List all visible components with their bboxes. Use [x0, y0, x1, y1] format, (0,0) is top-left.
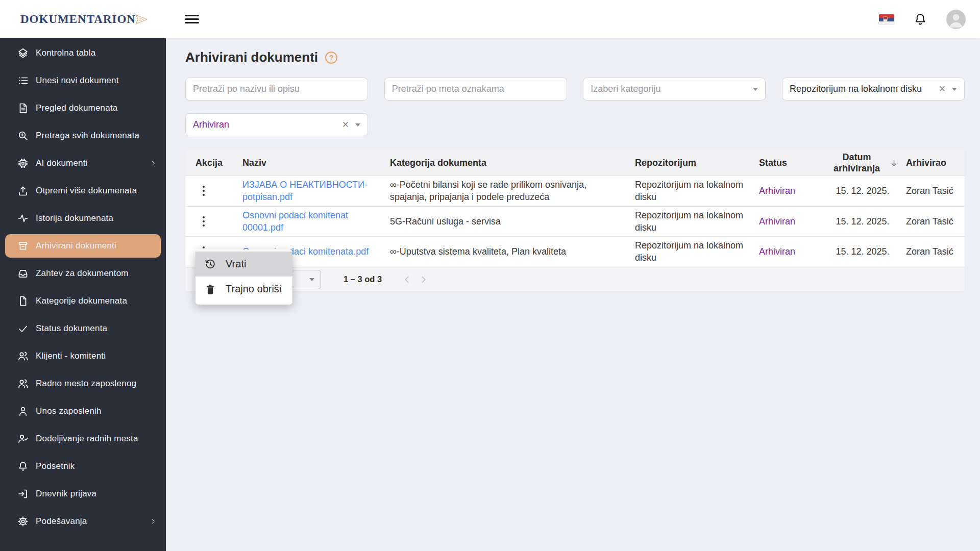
gear-icon	[17, 515, 29, 528]
sidebar-item-kategorije-dokumenata[interactable]: Kategorije dokumenata	[0, 287, 166, 315]
repository-select[interactable]: Repozitorijum na lokalnom disku ✕	[782, 78, 965, 101]
menu-toggle-button[interactable]	[185, 13, 202, 26]
chevron-right-icon	[418, 274, 429, 285]
chevron-down-icon[interactable]	[952, 88, 957, 91]
sidebar-item-unos-zaposlenih[interactable]: Unos zaposlenih	[0, 397, 166, 425]
page-title: Arhivirani dokumenti	[185, 49, 318, 65]
sidebar-item-klijenti-komitenti[interactable]: Klijenti - komitenti	[0, 342, 166, 370]
search-name-input[interactable]	[193, 84, 360, 94]
chevron-left-icon	[402, 274, 413, 285]
trash-icon	[204, 283, 217, 296]
document-link[interactable]: Osnovni podaci komitenat 00001.pdf	[242, 209, 376, 234]
chevron-down-icon[interactable]	[355, 123, 360, 127]
pagination-bar: 1 – 3 od 3	[185, 267, 965, 291]
sort-desc-arrow-icon	[889, 158, 899, 168]
user-check-icon	[17, 433, 29, 445]
col-naziv: Naziv	[242, 158, 390, 168]
more-vert-icon	[200, 215, 208, 228]
logo-arrow-icon	[135, 8, 148, 31]
table-row: Osnovni podaci komitenat 00001.pdf 5G-Ra…	[185, 206, 965, 237]
search-name-field	[185, 78, 368, 101]
topbar: DOKUMENTARION	[0, 0, 980, 38]
users-icon	[17, 378, 29, 390]
sidebar-item-dodeljivanje-radnih-mesta[interactable]: Dodeljivanje radnih mesta	[0, 425, 166, 453]
menu-item-vrati[interactable]: Vrati	[195, 252, 292, 277]
cell-kategorija: ∞-Uputstva sistema kvaliteta, Plan kvali…	[390, 245, 635, 258]
sidebar: Kontrolna tabla Unesi novi dokument Preg…	[0, 38, 166, 551]
col-status: Status	[759, 158, 819, 168]
sidebar-item-unesi-novi-dokument[interactable]: Unesi novi dokument	[0, 67, 166, 94]
col-datum-sort[interactable]: Datum arhiviranja	[819, 152, 906, 174]
table-row: ИЗЈАВА О НЕАКТИВНОСТИ-potpisan.pdf ∞-Poč…	[185, 176, 965, 206]
chevron-down-icon	[309, 278, 314, 281]
status-filter-row: Arhiviran ✕	[185, 113, 965, 136]
restore-icon	[204, 258, 217, 271]
more-vert-icon	[200, 184, 208, 197]
search-meta-field	[384, 78, 567, 101]
hamburger-icon	[185, 15, 199, 16]
filters-row: Izaberi kategoriju Repozitorijum na loka…	[185, 78, 965, 101]
check-icon	[17, 322, 29, 335]
chevron-down-icon[interactable]	[753, 88, 758, 91]
sidebar-item-radno-mesto-zaposlenog[interactable]: Radno mesto zaposlenog	[0, 370, 166, 397]
user-icon	[17, 405, 29, 417]
upload-icon	[17, 185, 29, 197]
list-icon	[17, 74, 29, 87]
cell-arhivirao: Zoran Tasić	[906, 215, 965, 228]
cell-kategorija: ∞-Početni bilansi koji se rade prilikom …	[390, 179, 635, 204]
sidebar-item-pretraga-svih-dokumenata[interactable]: Pretraga svih dokumenata	[0, 122, 166, 149]
row-actions-button[interactable]	[195, 182, 212, 199]
document-icon	[17, 102, 29, 114]
documents-table: Akcija Naziv Kategorija dokumenta Repozi…	[185, 150, 965, 291]
menu-item-trajno-obrisi[interactable]: Trajno obriši	[195, 277, 292, 302]
chip-icon	[17, 157, 29, 169]
document-link[interactable]: ИЗЈАВА О НЕАКТИВНОСТИ-potpisan.pdf	[242, 179, 376, 204]
next-page-button[interactable]	[418, 274, 429, 285]
cell-datum: 15. 12. 2025.	[819, 215, 906, 228]
app-logo: DOKUMENTARION	[20, 8, 148, 31]
sidebar-item-dnevnik-prijava[interactable]: Dnevnik prijava	[0, 480, 166, 508]
cell-datum: 15. 12. 2025.	[819, 185, 906, 197]
category-select[interactable]: Izaberi kategoriju	[583, 78, 766, 101]
search-meta-input[interactable]	[392, 84, 559, 94]
sidebar-item-otpremi-vise-dokumenata[interactable]: Otpremi više dokumenata	[0, 177, 166, 205]
status-select[interactable]: Arhiviran ✕	[185, 113, 368, 136]
cell-datum: 15. 12. 2025.	[819, 245, 906, 258]
clear-status-icon[interactable]: ✕	[341, 119, 350, 130]
status-badge: Arhiviran	[759, 186, 795, 196]
search-plus-icon	[17, 130, 29, 142]
archive-icon	[17, 240, 29, 252]
help-icon[interactable]: ?	[325, 52, 337, 64]
cell-kategorija: 5G-Računi usluga - servisa	[390, 215, 635, 228]
clear-repository-icon[interactable]: ✕	[938, 84, 947, 94]
flag-coat-of-arms	[884, 17, 887, 22]
sidebar-item-status-dokumenta[interactable]: Status dokumenta	[0, 315, 166, 342]
status-badge: Arhiviran	[759, 216, 795, 227]
cell-arhivirao: Zoran Tasić	[906, 185, 965, 197]
sidebar-item-ai-dokumenti[interactable]: AI dokumenti	[0, 149, 166, 177]
sidebar-item-pregled-dokumenata[interactable]: Pregled dokumenata	[0, 94, 166, 122]
sidebar-item-podesavanja[interactable]: Podešavanja	[0, 508, 166, 535]
sidebar-item-istorija-dokumenata[interactable]: Istorija dokumenata	[0, 205, 166, 232]
user-avatar-button[interactable]	[946, 10, 966, 29]
sidebar-item-arhivirani-dokumenti[interactable]: Arhivirani dokumenti	[5, 234, 161, 258]
col-arhivirao: Arhivirao	[906, 158, 965, 168]
avatar	[946, 10, 966, 29]
file-icon	[17, 295, 29, 307]
row-context-menu: Vrati Trajno obriši	[195, 249, 292, 305]
bell-icon	[913, 12, 928, 27]
status-badge: Arhiviran	[759, 246, 795, 257]
previous-page-button[interactable]	[402, 274, 413, 285]
chevron-right-icon	[150, 518, 157, 525]
bell-icon	[17, 460, 29, 472]
sidebar-item-kontrolna-tabla[interactable]: Kontrolna tabla	[0, 39, 166, 67]
layers-icon	[17, 47, 29, 59]
cell-arhivirao: Zoran Tasić	[906, 245, 965, 258]
notifications-button[interactable]	[913, 12, 928, 27]
sidebar-item-zahtev-za-dokumentom[interactable]: Zahtev za dokumentom	[0, 260, 166, 287]
row-actions-button[interactable]	[195, 213, 212, 230]
language-flag-serbia[interactable]	[879, 14, 894, 24]
sidebar-item-podsetnik[interactable]: Podsetnik	[0, 453, 166, 480]
logo-text: DOKUMENTARION	[20, 13, 136, 26]
col-akcija: Akcija	[185, 158, 242, 168]
